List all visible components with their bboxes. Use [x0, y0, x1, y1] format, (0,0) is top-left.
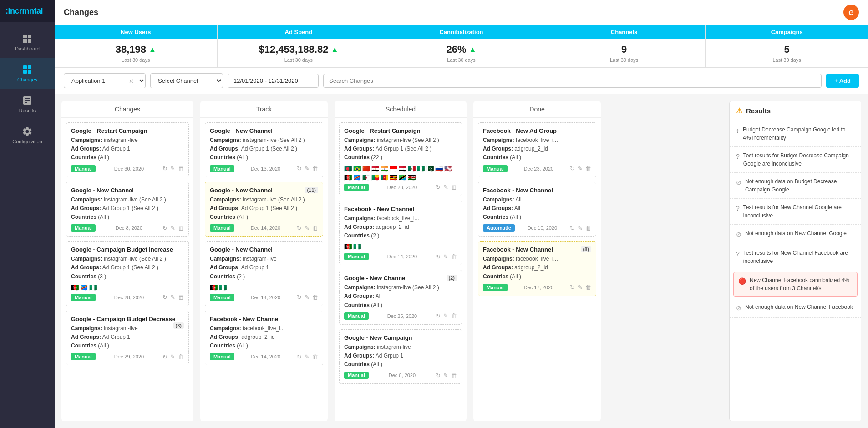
refresh-icon[interactable]: ↻	[162, 225, 168, 232]
delete-icon[interactable]: 🗑	[312, 353, 318, 360]
question-icon: ?	[736, 204, 740, 213]
search-input[interactable]	[323, 74, 822, 88]
edit-icon[interactable]: ✎	[170, 225, 175, 232]
stat-cannibalization-value: 26% ▲	[385, 44, 538, 55]
channel-select[interactable]: Select Channel	[150, 73, 223, 88]
card-icons: ↻ ✎ 🗑	[436, 372, 457, 379]
card-footer: Manual Dec 14, 2020 ↻ ✎ 🗑	[210, 224, 318, 232]
stat-ad-spend-value: $12,453,188.82 ▲	[222, 44, 376, 55]
delete-icon[interactable]: 🗑	[312, 165, 318, 172]
result-item: 🔴New Channel Facebook cannibalized 4% of…	[733, 272, 858, 297]
sidebar-item-results[interactable]: Results	[0, 89, 55, 120]
refresh-icon[interactable]: ↻	[162, 353, 168, 360]
refresh-icon[interactable]: ↻	[436, 184, 441, 191]
flag: 🇮🇩	[390, 165, 397, 172]
refresh-icon[interactable]: ↻	[436, 312, 441, 319]
result-text: Test results for Budget Decrease Campaig…	[743, 151, 855, 168]
card-date: Dec 30, 2020	[114, 166, 144, 171]
edit-icon[interactable]: ✎	[578, 225, 583, 232]
refresh-icon[interactable]: ↻	[436, 372, 441, 379]
refresh-icon[interactable]: ↻	[297, 225, 302, 232]
refresh-icon[interactable]: ↻	[436, 253, 441, 260]
delete-icon[interactable]: 🗑	[178, 225, 184, 232]
card-date: Dec 14, 2020	[387, 254, 417, 259]
stats-bar: New Users 38,198 ▲ Last 30 days Ad Spend…	[55, 25, 868, 68]
add-button[interactable]: + Add	[826, 74, 859, 88]
stat-ad-spend-label: Ad Spend	[218, 25, 380, 39]
card-footer: Manual Dec 14, 2020 ↻ ✎ 🗑	[344, 253, 457, 260]
edit-icon[interactable]: ✎	[305, 165, 310, 172]
refresh-icon[interactable]: ↻	[297, 165, 302, 172]
refresh-icon[interactable]: ↻	[297, 294, 302, 301]
card-meta: Campaigns: facebook_live_i... Ad Groups:…	[210, 324, 318, 351]
card-icons: ↻ ✎ 🗑	[162, 353, 184, 360]
logo-text: :incrmntal	[5, 6, 43, 15]
kanban-board: ChangesGoogle - Restart Campaign Campaig…	[55, 94, 729, 428]
delete-icon[interactable]: 🗑	[451, 253, 457, 260]
card-footer: Manual Dec 29, 2020 ↻ ✎ 🗑	[71, 353, 184, 360]
refresh-icon[interactable]: ↻	[570, 284, 575, 291]
edit-icon[interactable]: ✎	[170, 294, 175, 301]
edit-icon[interactable]: ✎	[170, 165, 175, 172]
card-count: (2)	[447, 275, 457, 281]
edit-icon[interactable]: ✎	[443, 184, 448, 191]
delete-icon[interactable]: 🗑	[451, 312, 457, 319]
delete-icon[interactable]: 🗑	[585, 225, 591, 232]
edit-icon[interactable]: ✎	[443, 253, 448, 260]
result-text: Not enough data on New Channel Facebook	[745, 303, 853, 311]
app-select-clear[interactable]: ✕	[129, 77, 134, 84]
sidebar-item-configuration[interactable]: Configuration	[0, 120, 55, 151]
content-area: ChangesGoogle - Restart Campaign Campaig…	[55, 94, 868, 428]
delete-icon[interactable]: 🗑	[178, 294, 184, 301]
refresh-icon[interactable]: ↻	[162, 165, 168, 172]
refresh-icon[interactable]: ↻	[570, 225, 575, 232]
sidebar-item-results-label: Results	[19, 108, 36, 113]
column-header-1: Track	[200, 101, 328, 118]
flag: 🇲🇽	[408, 165, 416, 172]
delete-icon[interactable]: 🗑	[585, 165, 591, 172]
card-icons: ↻ ✎ 🗑	[570, 165, 591, 172]
column-body-1: Google - New Channel Campaigns: instagra…	[200, 118, 328, 421]
result-item: ?Test results for New Channel Facebook a…	[730, 244, 861, 270]
refresh-icon[interactable]: ↻	[162, 294, 168, 301]
delete-icon[interactable]: 🗑	[178, 353, 184, 360]
refresh-icon[interactable]: ↻	[297, 353, 302, 360]
card-footer: Manual Dec 23, 2020 ↻ ✎ 🗑	[344, 184, 457, 191]
edit-icon[interactable]: ✎	[170, 353, 175, 360]
delete-icon[interactable]: 🗑	[451, 372, 457, 379]
edit-icon[interactable]: ✎	[443, 372, 448, 379]
edit-icon[interactable]: ✎	[305, 225, 310, 232]
card-footer: Manual Dec 30, 2020 ↻ ✎ 🗑	[71, 165, 184, 172]
flag: 🇦🇫	[344, 243, 352, 250]
flag: 🇹🇿	[399, 174, 406, 181]
delete-icon[interactable]: 🗑	[178, 165, 184, 172]
card-icons: ↻ ✎ 🗑	[162, 165, 184, 172]
edit-icon[interactable]: ✎	[578, 284, 583, 291]
flag: 🇨🇲	[381, 174, 388, 181]
flag: 🇧🇷	[353, 165, 361, 172]
stat-channels-value: 9	[548, 44, 701, 55]
sidebar-item-changes[interactable]: Changes	[0, 58, 55, 89]
edit-icon[interactable]: ✎	[305, 294, 310, 301]
card-date: Dec 14, 2020	[251, 295, 280, 300]
column-body-2: Google - Restart Campaign Campaigns: ins…	[335, 118, 467, 421]
card-icons: ↻ ✎ 🗑	[297, 225, 318, 232]
edit-icon[interactable]: ✎	[578, 165, 583, 172]
card-date: Dec 23, 2020	[387, 185, 417, 190]
date-range-input[interactable]	[228, 74, 319, 88]
delete-icon[interactable]: 🗑	[451, 184, 457, 191]
stat-campaigns-value: 5	[710, 44, 863, 55]
card-title: Google - Restart Campaign	[71, 127, 184, 134]
cannibalize-icon: 🔴	[738, 277, 746, 286]
edit-icon[interactable]: ✎	[443, 312, 448, 319]
delete-icon[interactable]: 🗑	[585, 284, 591, 291]
logo: :incrmntal	[0, 0, 55, 22]
edit-icon[interactable]: ✎	[305, 353, 310, 360]
delete-icon[interactable]: 🗑	[312, 294, 318, 301]
card-title: Google - New Channel	[210, 127, 318, 134]
user-avatar[interactable]: G	[843, 5, 859, 20]
delete-icon[interactable]: 🗑	[312, 225, 318, 232]
sidebar-item-dashboard[interactable]: Dashboard	[0, 27, 55, 58]
refresh-icon[interactable]: ↻	[570, 165, 575, 172]
card: Facebook - New Channel Campaigns: facebo…	[339, 201, 462, 266]
